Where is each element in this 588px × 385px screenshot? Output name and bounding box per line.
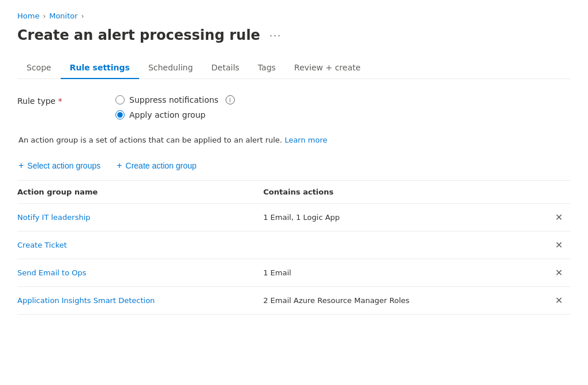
table-cell-name-3: Send Email to Ops (17, 259, 263, 287)
required-indicator: * (58, 96, 62, 106)
radio-suppress-label: Suppress notifications (129, 95, 219, 104)
tab-review-create[interactable]: Review + create (285, 57, 370, 79)
col-header-name: Action group name (17, 181, 263, 204)
breadcrumb-home[interactable]: Home (17, 12, 39, 20)
table-cell-actions-4: 2 Email Azure Resource Manager Roles (263, 287, 540, 315)
rule-type-section: Rule type * Suppress notifications i App… (17, 95, 571, 119)
select-action-groups-label: Select action groups (27, 161, 100, 170)
table-cell-delete-3: ✕ (540, 259, 571, 287)
create-plus-icon: + (117, 160, 122, 171)
more-options-button[interactable]: ··· (266, 28, 285, 43)
table-row: Create Ticket ✕ (17, 231, 571, 259)
select-plus-icon: + (18, 160, 24, 171)
table-cell-actions-3: 1 Email (263, 259, 540, 287)
tab-tags[interactable]: Tags (249, 57, 285, 79)
select-action-groups-button[interactable]: + Select action groups (17, 158, 102, 173)
breadcrumb-sep-2: › (81, 12, 84, 20)
page-title: Create an alert processing rule (17, 27, 260, 43)
table-row: Send Email to Ops 1 Email ✕ (17, 259, 571, 287)
table-cell-name-2: Create Ticket (17, 231, 263, 259)
action-group-link-3[interactable]: Send Email to Ops (17, 268, 87, 277)
radio-suppress[interactable]: Suppress notifications i (115, 95, 235, 104)
radio-suppress-input[interactable] (115, 95, 125, 104)
action-group-link-2[interactable]: Create Ticket (17, 241, 67, 249)
table-cell-name-4: Application Insights Smart Detection (17, 287, 263, 315)
table-cell-delete-2: ✕ (540, 231, 571, 259)
info-text: An action group is a set of actions that… (17, 136, 571, 144)
action-buttons-row: + Select action groups + Create action g… (17, 158, 571, 181)
tab-details[interactable]: Details (202, 57, 249, 79)
tab-scheduling[interactable]: Scheduling (139, 57, 202, 79)
suppress-info-icon[interactable]: i (226, 95, 235, 104)
tab-scope[interactable]: Scope (17, 57, 61, 79)
table-row: Application Insights Smart Detection 2 E… (17, 287, 571, 315)
learn-more-link[interactable]: Learn more (284, 136, 327, 144)
create-action-group-label: Create action group (126, 161, 197, 170)
table-cell-actions-1: 1 Email, 1 Logic App (263, 204, 540, 231)
delete-button-3[interactable]: ✕ (552, 266, 566, 279)
delete-button-1[interactable]: ✕ (552, 211, 566, 224)
breadcrumb: Home › Monitor › (17, 12, 571, 20)
tabs-nav: Scope Rule settings Scheduling Details T… (17, 57, 571, 79)
radio-apply-label: Apply action group (129, 110, 205, 119)
table-header-row: Action group name Contains actions (17, 181, 571, 204)
radio-apply-input[interactable] (115, 110, 125, 119)
table-cell-actions-2 (263, 231, 540, 259)
action-group-link-1[interactable]: Notify IT leadership (17, 213, 91, 222)
delete-button-2[interactable]: ✕ (552, 238, 566, 252)
table-row: Notify IT leadership 1 Email, 1 Logic Ap… (17, 204, 571, 231)
radio-apply[interactable]: Apply action group (115, 110, 235, 119)
table-cell-name-1: Notify IT leadership (17, 204, 263, 231)
table-cell-delete-4: ✕ (540, 287, 571, 315)
breadcrumb-sep-1: › (43, 12, 46, 20)
create-action-group-button[interactable]: + Create action group (115, 158, 197, 173)
breadcrumb-monitor[interactable]: Monitor (49, 12, 77, 20)
page-title-row: Create an alert processing rule ··· (17, 27, 571, 43)
action-groups-table: Action group name Contains actions Notif… (17, 181, 571, 315)
delete-button-4[interactable]: ✕ (552, 294, 566, 307)
col-header-actions: Contains actions (263, 181, 540, 204)
rule-type-label: Rule type * (17, 95, 92, 106)
rule-type-radio-group: Suppress notifications i Apply action gr… (115, 95, 235, 119)
table-cell-delete-1: ✕ (540, 204, 571, 231)
col-header-delete (540, 181, 571, 204)
action-group-link-4[interactable]: Application Insights Smart Detection (17, 296, 155, 305)
tab-rule-settings[interactable]: Rule settings (61, 57, 139, 79)
